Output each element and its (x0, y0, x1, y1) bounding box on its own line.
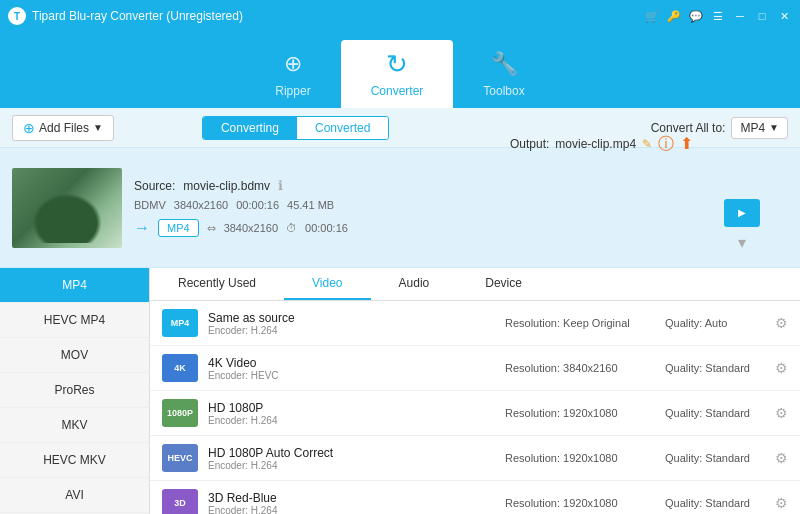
format-option-resolution: Resolution: Keep Original (505, 317, 655, 329)
settings-icon[interactable]: ⚙ (775, 495, 788, 511)
app-title: Tipard Blu-ray Converter (Unregistered) (32, 9, 644, 23)
format-badge: HEVC (162, 444, 198, 472)
close-button[interactable]: ✕ (776, 8, 792, 24)
output-section: Output: movie-clip.mp4 ✎ ⓘ ⬆ (510, 134, 760, 155)
format-badge: 3D (162, 489, 198, 514)
output-resolution: 3840x2160 (224, 222, 278, 234)
key-icon[interactable]: 🔑 (666, 8, 682, 24)
menu-icon[interactable]: ☰ (710, 8, 726, 24)
chat-icon[interactable]: 💬 (688, 8, 704, 24)
format-option-encoder: Encoder: H.264 (208, 415, 495, 426)
convert-button[interactable]: ▶ (724, 199, 760, 227)
tab-converted[interactable]: Converted (297, 117, 388, 139)
file-meta: BDMV 3840x2160 00:00:16 45.41 MB (134, 199, 788, 211)
file-format: BDMV (134, 199, 166, 211)
source-label: Source: (134, 179, 175, 193)
format-list-item-mov[interactable]: MOV (0, 338, 149, 373)
nav-ripper[interactable]: ⊕ Ripper (245, 40, 340, 108)
format-option-name: 4K Video (208, 356, 495, 370)
settings-icon[interactable]: ⚙ (775, 360, 788, 376)
tab-converting[interactable]: Converting (203, 117, 297, 139)
file-size: 45.41 MB (287, 199, 334, 211)
format-tab-header: Recently Used Video Audio Device (150, 268, 800, 301)
format-option-row[interactable]: HEVCHD 1080P Auto CorrectEncoder: H.264R… (150, 436, 800, 481)
format-option-info: HD 1080PEncoder: H.264 (208, 401, 495, 426)
settings-icon[interactable]: ⚙ (775, 315, 788, 331)
format-badge: 1080P (162, 399, 198, 427)
output-meta: → MP4 ⇔ 3840x2160 ⏱ 00:00:16 (134, 219, 788, 237)
format-value: MP4 (740, 121, 765, 135)
info-circle-icon[interactable]: ⓘ (658, 134, 674, 155)
output-label: Output: (510, 137, 549, 151)
format-option-quality: Quality: Standard (665, 407, 765, 419)
info-icon[interactable]: ℹ (278, 178, 283, 193)
tab-recently-used[interactable]: Recently Used (150, 268, 284, 300)
converter-icon: ↻ (381, 48, 413, 80)
add-files-label: Add Files (39, 121, 89, 135)
settings-icon[interactable]: ⚙ (775, 405, 788, 421)
right-actions: Output: movie-clip.mp4 ✎ ⓘ ⬆ ▶ ▾ (724, 164, 760, 252)
file-duration: 00:00:16 (236, 199, 279, 211)
format-option-row[interactable]: 1080PHD 1080PEncoder: H.264Resolution: 1… (150, 391, 800, 436)
settings-icon[interactable]: ⚙ (775, 450, 788, 466)
minimize-button[interactable]: ─ (732, 8, 748, 24)
tab-group: Converting Converted (202, 116, 389, 140)
format-option-resolution: Resolution: 3840x2160 (505, 362, 655, 374)
edit-icon[interactable]: ✎ (642, 137, 652, 151)
format-list-item-hevc-mkv[interactable]: HEVC MKV (0, 443, 149, 478)
download-icon[interactable]: ⬆ (680, 134, 693, 155)
navbar: ⊕ Ripper ↻ Converter 🔧 Toolbox (0, 32, 800, 108)
format-option-info: 4K VideoEncoder: HEVC (208, 356, 495, 381)
format-list-item-mp4[interactable]: MP4 (0, 268, 149, 303)
add-files-button[interactable]: ⊕ Add Files ▼ (12, 115, 114, 141)
arrow-icon: → (134, 219, 150, 237)
format-list: MP4 HEVC MP4 MOV ProRes MKV HEVC MKV AVI… (0, 268, 150, 514)
tab-audio[interactable]: Audio (371, 268, 458, 300)
format-option-quality: Quality: Auto (665, 317, 765, 329)
action-icons: ⓘ ⬆ (658, 134, 693, 155)
format-option-quality: Quality: Standard (665, 497, 765, 509)
format-option-name: Same as source (208, 311, 495, 325)
format-list-item-hevc-mp4[interactable]: HEVC MP4 (0, 303, 149, 338)
format-option-info: Same as sourceEncoder: H.264 (208, 311, 495, 336)
output-filename: movie-clip.mp4 (555, 137, 636, 151)
window-controls: 🛒 🔑 💬 ☰ ─ □ ✕ (644, 8, 792, 24)
nav-toolbox[interactable]: 🔧 Toolbox (453, 40, 554, 108)
expand-icon[interactable]: ▾ (738, 233, 746, 252)
nav-toolbox-label: Toolbox (483, 84, 524, 98)
format-tabs-section: Recently Used Video Audio Device MP4Same… (150, 268, 800, 514)
format-list-item-mkv[interactable]: MKV (0, 408, 149, 443)
cart-icon[interactable]: 🛒 (644, 8, 660, 24)
format-option-quality: Quality: Standard (665, 362, 765, 374)
format-option-name: HD 1080P Auto Correct (208, 446, 495, 460)
titlebar: T Tipard Blu-ray Converter (Unregistered… (0, 0, 800, 32)
convert-btn-icon: ▶ (738, 207, 746, 218)
format-option-row[interactable]: 4K4K VideoEncoder: HEVCResolution: 3840x… (150, 346, 800, 391)
source-filename: movie-clip.bdmv (183, 179, 270, 193)
clock-icon: ⏱ (286, 222, 297, 234)
format-panel: MP4 HEVC MP4 MOV ProRes MKV HEVC MKV AVI… (0, 268, 800, 514)
format-badge: MP4 (162, 309, 198, 337)
output-resolution-icon: ⇔ (207, 222, 216, 235)
format-option-row[interactable]: MP4Same as sourceEncoder: H.264Resolutio… (150, 301, 800, 346)
format-option-encoder: Encoder: H.264 (208, 460, 495, 471)
tab-video[interactable]: Video (284, 268, 370, 300)
format-list-item-avi[interactable]: AVI (0, 478, 149, 513)
format-option-resolution: Resolution: 1920x1080 (505, 407, 655, 419)
format-option-row[interactable]: 3D3D Red-BlueEncoder: H.264Resolution: 1… (150, 481, 800, 514)
format-option-resolution: Resolution: 1920x1080 (505, 452, 655, 464)
format-option-resolution: Resolution: 1920x1080 (505, 497, 655, 509)
format-list-item-prores[interactable]: ProRes (0, 373, 149, 408)
format-option-encoder: Encoder: H.264 (208, 325, 495, 336)
nav-converter-label: Converter (371, 84, 424, 98)
convert-all-label: Convert All to: (651, 121, 726, 135)
file-info: Source: movie-clip.bdmv ℹ BDMV 3840x2160… (134, 178, 788, 237)
tab-device[interactable]: Device (457, 268, 550, 300)
ripper-icon: ⊕ (277, 48, 309, 80)
file-resolution: 3840x2160 (174, 199, 228, 211)
toolbox-icon: 🔧 (488, 48, 520, 80)
nav-converter[interactable]: ↻ Converter (341, 40, 454, 108)
thumbnail-tree (32, 193, 102, 243)
maximize-button[interactable]: □ (754, 8, 770, 24)
format-badge: 4K (162, 354, 198, 382)
